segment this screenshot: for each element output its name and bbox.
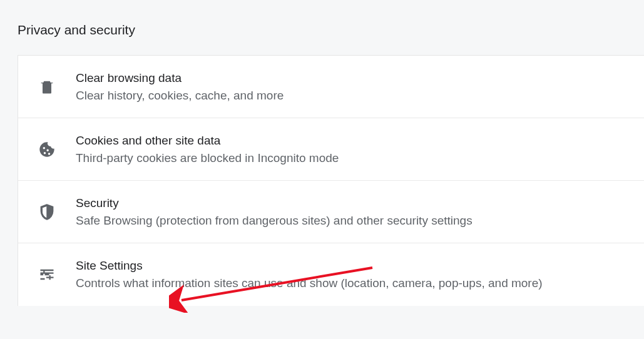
row-cookies[interactable]: Cookies and other site data Third-party … — [18, 118, 644, 181]
sliders-icon — [38, 266, 56, 283]
row-title: Cookies and other site data — [76, 134, 629, 148]
trash-icon — [38, 78, 56, 96]
row-title: Security — [76, 196, 629, 210]
row-desc: Third-party cookies are blocked in Incog… — [76, 151, 629, 165]
row-title: Clear browsing data — [76, 71, 629, 85]
row-title: Site Settings — [76, 259, 629, 273]
row-text: Site Settings Controls what information … — [76, 259, 629, 290]
cookie-icon — [38, 141, 56, 158]
settings-card: Clear browsing data Clear history, cooki… — [18, 55, 644, 306]
row-text: Cookies and other site data Third-party … — [76, 134, 629, 165]
row-text: Security Safe Browsing (protection from … — [76, 196, 629, 228]
row-clear-browsing-data[interactable]: Clear browsing data Clear history, cooki… — [18, 56, 644, 118]
row-desc: Safe Browsing (protection from dangerous… — [76, 214, 629, 228]
row-desc: Clear history, cookies, cache, and more — [76, 89, 629, 103]
row-desc: Controls what information sites can use … — [76, 276, 629, 290]
row-site-settings[interactable]: Site Settings Controls what information … — [18, 243, 644, 306]
section-title: Privacy and security — [0, 0, 644, 38]
row-security[interactable]: Security Safe Browsing (protection from … — [18, 181, 644, 243]
shield-icon — [38, 203, 56, 221]
row-text: Clear browsing data Clear history, cooki… — [76, 71, 629, 103]
